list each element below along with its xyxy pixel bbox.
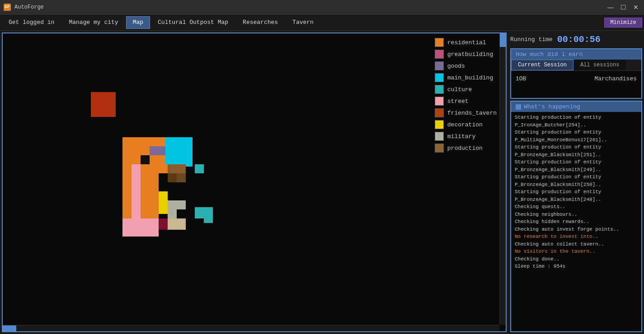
svg-rect-32 <box>195 164 204 173</box>
scroll-vertical-thumb[interactable] <box>500 33 506 47</box>
log-line: Starting production of entity <box>515 144 638 151</box>
earn-tab-all[interactable]: All sessions <box>573 60 626 70</box>
svg-rect-16 <box>150 146 159 155</box>
happening-header: What's happening <box>511 102 641 112</box>
legend-label: greatbuilding <box>447 51 493 58</box>
svg-rect-30 <box>168 173 177 182</box>
legend-label: goods <box>447 63 465 70</box>
earn-header: How much did i earn <box>511 49 641 60</box>
legend-label: friends_tavern <box>447 110 497 116</box>
legend-item: production <box>435 144 497 153</box>
log-line: Checking quests.. <box>515 203 638 211</box>
right-panel: Running time 00:00:56 How much did i ear… <box>508 31 644 334</box>
minimize-app-btn[interactable]: Minimize <box>604 18 642 28</box>
map-area[interactable]: residential greatbuilding goods main_bui… <box>2 32 507 332</box>
running-time-display: Running time 00:00:56 <box>510 32 642 46</box>
svg-rect-37 <box>122 182 132 191</box>
svg-rect-56 <box>150 209 159 218</box>
log-line: Sleep time : 954s <box>515 263 638 270</box>
svg-rect-47 <box>141 200 150 209</box>
svg-rect-2 <box>132 137 141 146</box>
log-line: Starting production of entity <box>515 188 638 196</box>
legend-color-swatch <box>435 144 444 153</box>
nav-bar: Get logged in Manage my city Map Cultura… <box>0 14 644 31</box>
svg-rect-36 <box>159 209 168 214</box>
minimize-window-btn[interactable]: — <box>606 3 615 12</box>
map-scroll-vertical[interactable] <box>499 33 506 325</box>
title-bar: AF AutoForge — ☐ ✕ <box>0 0 644 14</box>
earn-body: 1OB Marchandises <box>511 71 641 98</box>
svg-rect-0 <box>91 92 116 117</box>
svg-rect-29 <box>168 164 186 173</box>
earn-tab-current[interactable]: Current Session <box>511 60 573 70</box>
legend-label: military <box>447 133 475 140</box>
svg-rect-45 <box>122 200 132 209</box>
svg-rect-35 <box>159 200 168 209</box>
log-line: P_MultiAge_MonroeBonus17[261].. <box>515 136 638 144</box>
legend-color-swatch <box>435 132 444 141</box>
log-line: P_IronAge_Butcher[254].. <box>515 121 638 129</box>
legend-color-swatch <box>435 85 444 94</box>
legend-label: production <box>447 145 483 152</box>
close-window-btn[interactable]: ✕ <box>631 3 640 12</box>
tab-tavern[interactable]: Tavern <box>286 16 320 29</box>
svg-rect-27 <box>141 173 150 182</box>
svg-rect-11 <box>122 155 132 164</box>
svg-rect-34 <box>159 191 168 200</box>
happening-panel: What's happening Starting production of … <box>510 101 642 332</box>
svg-rect-1 <box>122 137 132 146</box>
legend-color-swatch <box>435 120 444 129</box>
log-line: Checking auto invest forge points.. <box>515 226 638 233</box>
legend-label: culture <box>447 86 472 93</box>
log-line: Checking auto collect tavern.. <box>515 241 638 248</box>
map-legend: residential greatbuilding goods main_bui… <box>435 38 497 153</box>
svg-rect-20 <box>122 164 132 173</box>
tab-researches[interactable]: Researches <box>236 16 285 29</box>
svg-rect-31 <box>177 173 186 182</box>
legend-item: friends_tavern <box>435 108 497 117</box>
log-line: No research to invest into.. <box>515 233 638 241</box>
svg-rect-28 <box>150 173 159 182</box>
city-map <box>5 36 376 329</box>
log-line: Starting production of entity <box>515 173 638 181</box>
log-line: P_BronzeAge_Blacksmith[251].. <box>515 151 638 159</box>
svg-rect-8 <box>141 146 150 155</box>
legend-color-swatch <box>435 61 444 70</box>
svg-rect-50 <box>168 209 177 218</box>
svg-rect-26 <box>132 173 141 182</box>
legend-item: goods <box>435 61 497 70</box>
log-line: No visitors in the tavern.. <box>515 248 638 255</box>
map-scroll-horizontal[interactable] <box>3 325 499 331</box>
legend-item: military <box>435 132 497 141</box>
running-time-label: Running time <box>510 36 553 43</box>
svg-rect-44 <box>150 191 159 200</box>
legend-color-swatch <box>435 38 444 47</box>
legend-item: greatbuilding <box>435 50 497 59</box>
maximize-window-btn[interactable]: ☐ <box>619 3 628 12</box>
log-line: Checking neighbours.. <box>515 211 638 218</box>
svg-rect-25 <box>122 173 132 182</box>
legend-item: street <box>435 97 497 106</box>
svg-rect-4 <box>150 137 159 146</box>
window-controls: — ☐ ✕ <box>606 3 640 12</box>
log-line: P_BronzeAge_Blacksmith[248].. <box>515 196 638 204</box>
tab-get-logged-in[interactable]: Get logged in <box>2 16 61 29</box>
svg-rect-21 <box>132 164 141 173</box>
legend-color-swatch <box>435 50 444 59</box>
legend-color-swatch <box>435 97 444 106</box>
happening-body[interactable]: Starting production of entityP_IronAge_B… <box>511 112 641 331</box>
log-line: Starting production of entity <box>515 114 638 121</box>
tab-cultural-outpost[interactable]: Cultural Outpost Map <box>151 16 235 29</box>
tab-manage-my-city[interactable]: Manage my city <box>62 16 125 29</box>
svg-rect-38 <box>132 182 141 191</box>
svg-rect-39 <box>141 182 150 191</box>
svg-rect-48 <box>150 200 159 209</box>
legend-label: street <box>447 98 469 105</box>
tab-map[interactable]: Map <box>126 16 150 29</box>
svg-rect-59 <box>204 207 213 223</box>
app-icon: AF <box>4 4 11 11</box>
svg-rect-57 <box>122 218 159 227</box>
scroll-horizontal-thumb[interactable] <box>3 325 16 331</box>
earn-panel: How much did i earn Current Session All … <box>510 48 642 99</box>
legend-item: residential <box>435 38 497 47</box>
